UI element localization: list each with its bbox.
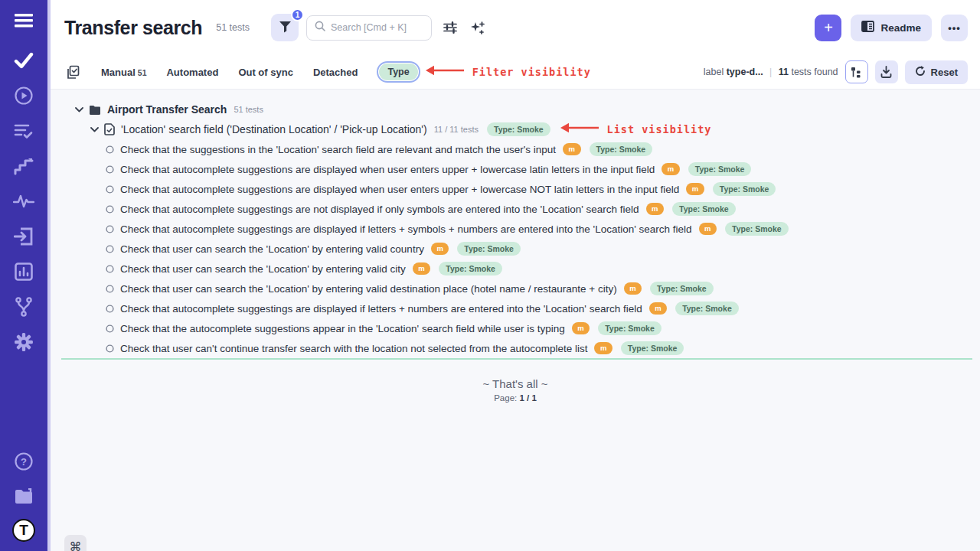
- status-circle-icon: [106, 265, 114, 273]
- test-row[interactable]: Check that autocomplete suggestions are …: [51, 179, 980, 199]
- sidebar-scrollbar[interactable]: [47, 0, 51, 551]
- tab-automated[interactable]: Automated: [166, 67, 218, 78]
- divider: |: [769, 67, 772, 77]
- tab-manual[interactable]: Manual51: [101, 67, 146, 78]
- type-smoke-badge: Type: Smoke: [598, 321, 662, 335]
- filter-visibility-annotation: Filter visibility: [426, 65, 591, 79]
- search-input[interactable]: [331, 22, 421, 33]
- test-title[interactable]: Check that user can't continue transfer …: [120, 343, 587, 354]
- chevron-down-icon[interactable]: [90, 127, 99, 132]
- test-row[interactable]: Check that autocomplete suggestings are …: [51, 298, 980, 318]
- red-arrow-left-icon: [560, 122, 599, 136]
- sidebar-bottom: ? T: [8, 448, 39, 551]
- readme-button[interactable]: Readme: [851, 15, 932, 41]
- filter-count-badge: 1: [291, 8, 304, 21]
- suite-title[interactable]: 'Location' search field ('Destination Lo…: [121, 123, 427, 135]
- integrations-branch-icon[interactable]: [8, 294, 39, 320]
- test-title[interactable]: Check that autocomplete suggestions are …: [120, 164, 655, 175]
- funnel-icon: [279, 21, 292, 35]
- status-circle-icon: [106, 145, 114, 154]
- ai-sparkles-icon[interactable]: [469, 19, 485, 36]
- manual-badge: m: [594, 342, 612, 354]
- help-icon[interactable]: ?: [8, 448, 39, 474]
- app-logo[interactable]: T: [12, 519, 35, 542]
- type-smoke-badge: Type: Smoke: [457, 242, 521, 256]
- type-smoke-badge: Type: Smoke: [621, 341, 684, 355]
- search-box[interactable]: [306, 15, 432, 41]
- tab-out-of-sync[interactable]: Out of sync: [238, 67, 293, 78]
- test-title[interactable]: Check that the autocomplete suggestions …: [120, 323, 565, 334]
- test-title[interactable]: Check that user can search the 'Location…: [120, 243, 424, 255]
- label-value: type-d...: [727, 67, 763, 77]
- folder-title[interactable]: Airport Transfer Search: [107, 103, 227, 116]
- suite-tests-count: 11 / 11 tests: [434, 125, 479, 134]
- manual-badge: m: [662, 163, 679, 174]
- tab-manual-label: Manual: [101, 67, 136, 78]
- reset-label: Reset: [931, 67, 958, 78]
- manual-badge: m: [413, 262, 430, 274]
- manual-badge: m: [646, 203, 664, 214]
- test-title[interactable]: Check that autocomplete suggestings are …: [120, 303, 642, 315]
- columns-settings-icon[interactable]: [442, 19, 459, 36]
- status-circle-icon: [106, 285, 114, 293]
- plans-list-check-icon[interactable]: [8, 118, 39, 144]
- project-tests-count: 51 tests: [216, 22, 250, 33]
- docs-folder-icon[interactable]: [8, 484, 39, 510]
- type-smoke-badge: Type: Smoke: [675, 302, 739, 315]
- test-row[interactable]: Check that user can't continue transfer …: [51, 338, 980, 358]
- status-circle-icon: [106, 344, 114, 353]
- export-download-button[interactable]: [875, 60, 898, 83]
- manual-badge: m: [649, 302, 667, 314]
- type-filter-chip[interactable]: Type: [379, 64, 417, 80]
- page-label: Page:: [494, 393, 517, 403]
- refresh-icon: [915, 66, 926, 79]
- runs-play-icon[interactable]: [8, 83, 39, 109]
- test-row[interactable]: Check that the autocomplete suggestions …: [51, 318, 980, 338]
- test-title[interactable]: Check that user can search the 'Location…: [120, 283, 617, 295]
- tests-check-icon[interactable]: [8, 47, 39, 73]
- test-title[interactable]: Check that autocomplete suggestings are …: [120, 223, 692, 235]
- test-title[interactable]: Check that the suggestions in the 'Locat…: [120, 144, 556, 155]
- test-row[interactable]: Check that the suggestions in the 'Locat…: [51, 139, 980, 159]
- folder-tests-count: 51 tests: [234, 105, 263, 114]
- tree-view-button[interactable]: [845, 60, 868, 83]
- test-row[interactable]: Check that autocomplete suggestions are …: [51, 159, 980, 179]
- type-smoke-badge: Type: Smoke: [725, 222, 789, 236]
- label-prefix: label: [704, 67, 724, 77]
- test-row[interactable]: Check that user can search the 'Location…: [51, 279, 980, 298]
- topbar: Transfer search 51 tests 1 +: [51, 0, 980, 55]
- folder-row[interactable]: Airport Transfer Search 51 tests: [51, 99, 980, 119]
- status-circle-icon: [106, 185, 114, 194]
- test-row[interactable]: Check that user can search the 'Location…: [51, 239, 980, 259]
- command-shortcuts-button[interactable]: ⌘: [64, 535, 87, 551]
- milestones-steps-icon[interactable]: [8, 153, 39, 179]
- reports-chart-icon[interactable]: [8, 259, 39, 285]
- list-visibility-label: List visibility: [607, 123, 712, 135]
- test-title[interactable]: Check that autocomplete suggestings are …: [120, 204, 639, 215]
- import-icon[interactable]: [8, 223, 39, 249]
- drop-indicator-line: [61, 358, 972, 360]
- manual-badge: m: [572, 322, 590, 334]
- chevron-down-icon[interactable]: [75, 107, 83, 112]
- suite-row[interactable]: 'Location' search field ('Destination Lo…: [51, 119, 980, 139]
- tab-detached[interactable]: Detached: [313, 67, 358, 78]
- readme-label: Readme: [880, 22, 921, 34]
- test-row[interactable]: Check that autocomplete suggestings are …: [51, 219, 980, 239]
- test-title[interactable]: Check that autocomplete suggestions are …: [120, 184, 679, 195]
- readme-book-icon: [861, 21, 874, 34]
- more-actions-button[interactable]: •••: [941, 15, 968, 41]
- create-test-button[interactable]: +: [815, 15, 841, 41]
- reset-filters-button[interactable]: Reset: [905, 60, 968, 84]
- filterbar-right: label type-d... | 11 tests found Reset: [704, 60, 968, 84]
- test-title[interactable]: Check that user can search the 'Location…: [120, 263, 406, 275]
- page-title: Transfer search: [64, 17, 202, 39]
- test-row[interactable]: Check that user can search the 'Location…: [51, 259, 980, 279]
- pulse-icon[interactable]: [8, 188, 39, 214]
- test-row[interactable]: Check that autocomplete suggestings are …: [51, 199, 980, 219]
- filter-button[interactable]: 1: [271, 14, 299, 41]
- select-all-icon[interactable]: [64, 64, 81, 80]
- status-circle-icon: [106, 245, 114, 253]
- menu-icon[interactable]: [8, 8, 39, 34]
- manual-badge: m: [699, 223, 717, 234]
- settings-gear-icon[interactable]: [8, 329, 39, 355]
